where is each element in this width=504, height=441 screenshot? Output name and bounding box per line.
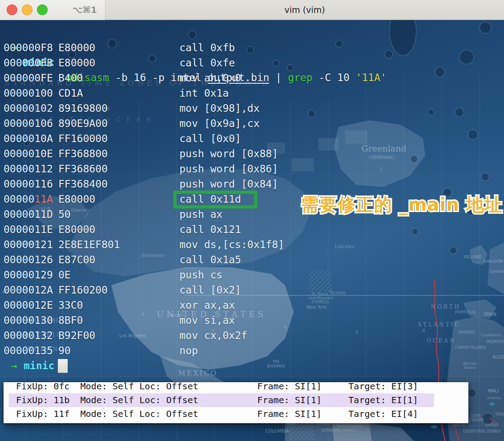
fixup-row: FixUp: 11f Mode: Self Loc: Offset Frame:…: [4, 407, 468, 421]
annotation-text: 需要修正的 _main 地址: [301, 192, 503, 217]
disasm-row: 00000132B92F00mov cx,0x2f: [0, 328, 504, 343]
disasm-row: 0000011EE80000call 0x121: [0, 222, 504, 237]
disasm-instruction: mov [0x98],dx: [179, 101, 504, 116]
disasm-row: 0000013590nop: [0, 343, 504, 358]
disasm-row: 000000FEB400mov ah,0x0: [0, 70, 504, 86]
disasm-row: 00000100CD1Aint 0x1a: [0, 86, 504, 101]
disasm-row: 00000116FF368400push word [0x84]: [0, 176, 504, 192]
map-label: BAHAMAS: [267, 364, 285, 368]
disasm-row: 000000FBE80000call 0xfe: [0, 55, 504, 70]
disasm-instruction: call 0xfe: [179, 55, 504, 70]
disasm-bytes: 89169800: [58, 101, 179, 116]
disasm-bytes: E80000: [58, 40, 179, 55]
map-label: COTE: [471, 414, 481, 418]
disasm-row: 00000126E87C00call 0x1a5: [0, 252, 504, 267]
map-label: French Guiana: [337, 424, 362, 428]
disasm-instruction: push word [0x84]: [179, 176, 504, 192]
disasm-bytes: 8BF0: [58, 313, 179, 328]
disasm-instruction: mov cx,0x2f: [179, 328, 504, 343]
disasm-instruction: mov si,ax: [179, 313, 504, 328]
disasm-bytes: E80000: [58, 222, 179, 237]
disasm-instruction: xor ax,ax: [179, 298, 504, 313]
window-title: vim (vim): [106, 0, 504, 20]
map-label: COLOMBIA: [265, 429, 289, 433]
disasm-bytes: FF368600: [58, 161, 179, 176]
map-label: GHANA: [485, 423, 498, 427]
disasm-bytes: FF160000: [58, 131, 179, 146]
zoom-button[interactable]: [37, 4, 48, 15]
titlebar: ⌥⌘1 vim (vim): [0, 0, 504, 20]
disasm-instruction: call 0x121: [179, 222, 504, 237]
map-label: BURKINA: [487, 396, 501, 400]
disasm-address: 000000F8: [4, 40, 58, 55]
disasm-address: 0000011A: [4, 192, 58, 207]
terminal-window: ⌥⌘1 vim (vim): [0, 0, 504, 441]
map-label: SURINAME: [321, 429, 340, 433]
disasm-row: 000001308BF0mov si,ax: [0, 313, 504, 328]
disasm-bytes: FF368800: [58, 146, 179, 161]
grep-match: 11A: [34, 193, 53, 205]
disasm-bytes: 50: [58, 207, 179, 222]
fixup-row: FixUp: 12c Mode: Self Loc: Offset Frame:…: [4, 421, 468, 423]
disasm-bytes: 2E8E1EF801: [58, 237, 179, 252]
disasm-instruction: push cs: [179, 267, 504, 282]
disasm-instruction: call 0xfb: [179, 40, 504, 55]
command-line: → minic ndisasm -b 16 -p intel output.bi…: [0, 24, 49, 40]
disasm-bytes: E80000: [58, 192, 179, 207]
disasm-address: 000000FB: [4, 55, 58, 70]
disasm-address: 0000010A: [4, 131, 58, 146]
disasm-row: 000001290Epush cs: [0, 267, 504, 282]
disasm-row: 00000106890E9A00mov [0x9a],cx: [0, 116, 504, 131]
minimize-button[interactable]: [22, 4, 33, 15]
disasm-address: 00000116: [4, 176, 58, 192]
map-label: Western: [463, 362, 478, 366]
disasm-bytes: E87C00: [58, 252, 179, 267]
map-label: LIBERIA: [451, 423, 465, 427]
disasm-row: 0000010289169800mov [0x98],dx: [0, 101, 504, 116]
disasm-address: 0000011D: [4, 207, 58, 222]
fixup-rows: FixUp: 0fc Mode: Self Loc: Offset Frame:…: [4, 382, 468, 423]
fixup-row: FixUp: 0fc Mode: Self Loc: Offset Frame:…: [4, 382, 468, 393]
disasm-address: 00000106: [4, 116, 58, 131]
disasm-instruction: mov ah,0x0: [179, 70, 504, 86]
map-label: Sahara: [464, 366, 476, 370]
disasm-address: 0000011E: [4, 222, 58, 237]
terminal-body[interactable]: STANDARD TIME ZONES OF THE WORLDA R C T …: [0, 20, 504, 441]
disasm-address: 00000121: [4, 237, 58, 252]
disasm-row: 0000012AFF160200call [0x2]: [0, 282, 504, 298]
disasm-bytes: 0E: [58, 267, 179, 282]
fixup-overlay: FixUp: 0fc Mode: Self Loc: Offset Frame:…: [4, 382, 468, 423]
disasm-bytes: 90: [58, 343, 179, 358]
disasm-address: 0000010E: [4, 146, 58, 161]
fixup-row-highlighted: FixUp: 11b Mode: Self Loc: Offset Frame:…: [4, 393, 468, 407]
disasm-address: 0000012E: [4, 298, 58, 313]
disasm-instruction: call [0x0]: [179, 131, 504, 146]
disasm-instruction: mov ds,[cs:0x1f8]: [179, 237, 504, 252]
disasm-row: 0000010EFF368800push word [0x88]: [0, 146, 504, 161]
tab-shortcut-label: ⌥⌘1: [67, 0, 102, 20]
disasm-instruction: call [0x2]: [179, 282, 504, 298]
map-label: MALI: [488, 388, 499, 393]
disasm-address: 00000130: [4, 313, 58, 328]
active-tab[interactable]: ⌥⌘1: [0, 0, 106, 20]
disasm-bytes: FF160200: [58, 282, 179, 298]
disasm-row: 0000012E33C0xor ax,ax: [0, 298, 504, 313]
disasm-bytes: B92F00: [58, 328, 179, 343]
disasm-instruction: int 0x1a: [179, 86, 504, 101]
disasm-bytes: B400: [58, 70, 179, 86]
disasm-instruction: nop: [179, 343, 504, 358]
map-label: TOGO: [495, 412, 504, 416]
disasm-instruction: push word [0x88]: [179, 146, 504, 161]
prompt-arrow: →: [11, 358, 17, 373]
close-button[interactable]: [7, 4, 17, 15]
disasm-address: 00000132: [4, 328, 58, 343]
disasm-bytes: CD1A: [58, 86, 179, 101]
disasm-address: 00000126: [4, 252, 58, 267]
disasm-address: 00000100: [4, 86, 58, 101]
map-label: EQUATORIAL GUINEA: [463, 429, 501, 433]
disasm-row: 000000F8E80000call 0xfb: [0, 40, 504, 55]
disasm-bytes: E80000: [58, 55, 179, 70]
disasm-instruction: call 0x1a5: [179, 252, 504, 267]
disasm-row: 0000010AFF160000call [0x0]: [0, 131, 504, 146]
disasm-address: 00000102: [4, 101, 58, 116]
